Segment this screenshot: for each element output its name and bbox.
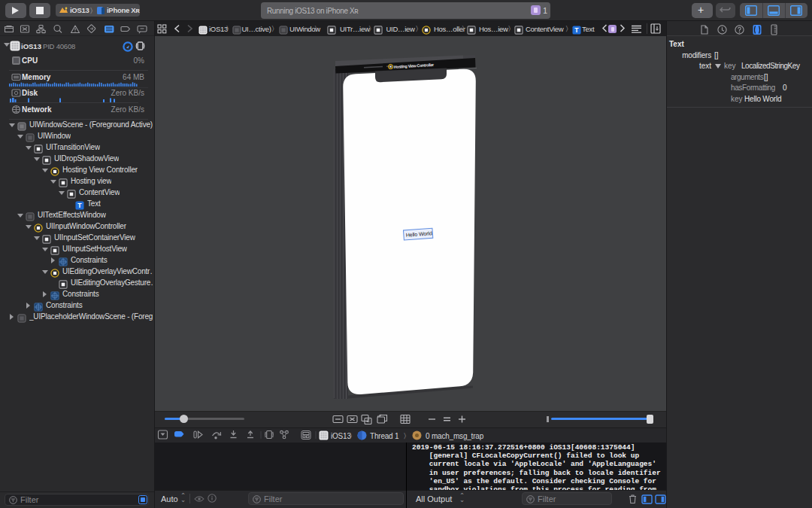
svg-text:T: T xyxy=(574,26,579,34)
svg-text:T: T xyxy=(77,202,82,209)
